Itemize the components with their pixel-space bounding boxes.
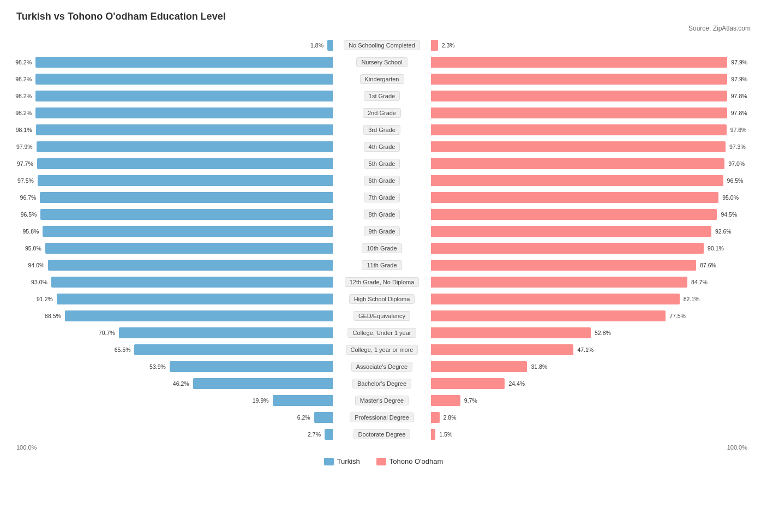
left-value: 6.2% (297, 414, 312, 421)
chart-row: 98.2%1st Grade97.8% (16, 88, 751, 104)
right-value: 97.0% (727, 160, 745, 167)
education-label: Professional Degree (350, 413, 414, 422)
education-label: College, 1 year or more (346, 345, 418, 355)
left-value: 97.7% (17, 160, 35, 167)
chart-row: 97.9%4th Grade97.3% (16, 139, 751, 154)
right-value: 82.1% (682, 296, 700, 302)
chart-row: 98.2%2nd Grade97.8% (16, 105, 751, 121)
right-value: 97.8% (729, 93, 747, 99)
chart-row: 98.2%Kindergarten97.9% (16, 71, 751, 87)
chart-row: 97.7%5th Grade97.0% (16, 156, 751, 171)
chart-row: 97.5%6th Grade96.5% (16, 173, 751, 188)
left-value: 91.2% (37, 296, 55, 302)
chart-row: 70.7%College, Under 1 year52.8% (16, 325, 751, 340)
education-label: 10th Grade (362, 243, 402, 253)
legend-tohono-box (376, 458, 386, 465)
education-label: Master's Degree (355, 396, 409, 405)
education-label: Kindergarten (360, 74, 404, 84)
legend-turkish-box (324, 458, 334, 465)
right-value: 1.5% (438, 431, 452, 438)
legend-tohono-label: Tohono O'odham (390, 457, 444, 465)
right-value: 77.5% (668, 313, 686, 319)
chart-row: 46.2%Bachelor's Degree24.4% (16, 376, 751, 391)
right-value: 97.3% (728, 144, 746, 150)
chart-row: 93.0%12th Grade, No Diploma84.7% (16, 274, 751, 290)
right-value: 87.6% (698, 262, 716, 268)
education-label: 2nd Grade (363, 108, 401, 118)
left-value: 97.5% (17, 177, 35, 184)
chart-row: 96.5%8th Grade94.5% (16, 207, 751, 222)
chart-row: 95.8%9th Grade92.6% (16, 224, 751, 239)
left-value: 65.5% (115, 346, 133, 353)
right-value: 97.9% (729, 76, 747, 82)
education-label: High School Diploma (349, 294, 415, 304)
right-value: 47.1% (576, 346, 594, 353)
chart-title: Turkish vs Tohono O'odham Education Leve… (16, 11, 751, 22)
education-label: 12th Grade, No Diploma (345, 277, 420, 287)
legend: Turkish Tohono O'odham (16, 457, 751, 465)
left-value: 1.8% (310, 42, 325, 49)
right-value: 96.5% (726, 177, 744, 184)
chart-row: 96.7%7th Grade95.0% (16, 190, 751, 205)
left-value: 19.9% (253, 397, 271, 404)
left-value: 95.8% (23, 228, 41, 235)
axis-right: 100.0% (431, 444, 747, 451)
left-value: 46.2% (173, 380, 191, 387)
right-value: 95.0% (721, 194, 739, 201)
right-value: 84.7% (690, 279, 708, 285)
education-label: Bachelor's Degree (352, 379, 411, 388)
education-label: 5th Grade (364, 159, 400, 169)
axis-left: 100.0% (16, 444, 333, 451)
axis-row: 100.0%100.0% (16, 444, 751, 451)
education-label: 1st Grade (364, 91, 400, 101)
left-value: 98.2% (15, 76, 33, 82)
education-label: 4th Grade (364, 142, 400, 152)
chart-row: 94.0%11th Grade87.6% (16, 258, 751, 273)
left-value: 53.9% (149, 363, 167, 370)
left-value: 98.1% (16, 127, 34, 133)
chart-row: 95.0%10th Grade90.1% (16, 241, 751, 256)
education-label: Doctorate Degree (353, 429, 411, 439)
right-value: 9.7% (463, 397, 477, 404)
chart-row: 6.2%Professional Degree2.8% (16, 410, 751, 425)
left-value: 96.7% (20, 194, 38, 201)
right-value: 52.8% (593, 330, 611, 336)
education-label: 9th Grade (364, 226, 400, 236)
chart-row: 19.9%Master's Degree9.7% (16, 393, 751, 408)
right-value: 94.5% (719, 211, 737, 218)
left-value: 70.7% (99, 330, 117, 336)
axis-mid (333, 444, 431, 451)
left-value: 98.2% (15, 110, 33, 116)
left-value: 98.2% (15, 59, 33, 65)
chart-area: 1.8%No Schooling Completed2.3%98.2%Nurse… (16, 38, 751, 451)
education-label: College, Under 1 year (347, 328, 416, 338)
chart-row: 98.1%3rd Grade97.6% (16, 122, 751, 138)
education-label: 11th Grade (362, 260, 402, 270)
chart-row: 91.2%High School Diploma82.1% (16, 291, 751, 307)
education-label: 6th Grade (364, 176, 400, 186)
right-value: 90.1% (706, 245, 724, 252)
education-label: 7th Grade (364, 193, 400, 202)
right-value: 97.9% (729, 59, 747, 65)
left-value: 93.0% (31, 279, 49, 285)
education-label: No Schooling Completed (344, 40, 420, 50)
right-value: 2.8% (442, 414, 457, 421)
right-value: 97.6% (729, 127, 747, 133)
left-value: 2.7% (308, 431, 322, 438)
right-value: 92.6% (714, 228, 732, 235)
chart-row: 65.5%College, 1 year or more47.1% (16, 342, 751, 357)
chart-row: 53.9%Associate's Degree31.8% (16, 359, 751, 374)
education-label: GED/Equivalency (353, 311, 410, 321)
right-value: 31.8% (529, 363, 547, 370)
source: Source: ZipAtlas.com (16, 25, 751, 32)
chart-row: 1.8%No Schooling Completed2.3% (16, 38, 751, 53)
right-value: 97.8% (729, 110, 747, 116)
legend-turkish: Turkish (324, 457, 360, 465)
legend-turkish-label: Turkish (337, 457, 360, 465)
chart-row: 88.5%GED/Equivalency77.5% (16, 308, 751, 324)
education-label: Nursery School (356, 57, 407, 67)
right-value: 24.4% (507, 380, 525, 387)
education-label: 3rd Grade (363, 125, 400, 135)
education-label: Associate's Degree (351, 362, 412, 372)
legend-tohono: Tohono O'odham (376, 457, 444, 465)
